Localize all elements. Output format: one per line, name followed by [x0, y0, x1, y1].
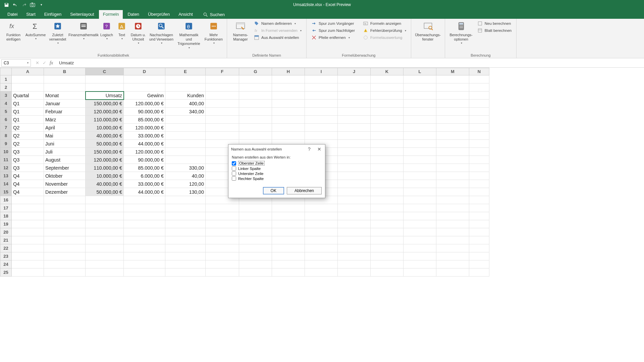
cell[interactable]	[272, 204, 305, 212]
cell[interactable]	[371, 252, 404, 260]
cell[interactable]: August	[44, 156, 86, 164]
cell[interactable]	[404, 148, 436, 156]
cell[interactable]	[371, 196, 404, 204]
cell[interactable]	[165, 220, 206, 228]
lookup-button[interactable]: Nachschlagen und Verweisen▾	[148, 20, 174, 46]
cell[interactable]	[338, 124, 371, 132]
cell[interactable]	[371, 124, 404, 132]
cell[interactable]	[272, 75, 305, 83]
cell[interactable]	[404, 268, 436, 277]
cell[interactable]: 120,00	[165, 180, 206, 188]
cell[interactable]: 120.000,00 €	[86, 108, 124, 116]
watch-window-button[interactable]: Überwachungs-fenster	[414, 20, 442, 42]
cell[interactable]	[206, 252, 239, 260]
cell[interactable]: 10.000,00 €	[86, 124, 124, 132]
cell[interactable]	[206, 260, 239, 268]
cell[interactable]	[86, 236, 124, 244]
cell[interactable]	[272, 252, 305, 260]
cell[interactable]	[469, 236, 489, 244]
cell[interactable]	[305, 75, 338, 83]
cell[interactable]	[305, 83, 338, 92]
row-header[interactable]: 17	[0, 204, 12, 212]
cell[interactable]: 90.000,00 €	[124, 108, 165, 116]
cell[interactable]: 44.000,00 €	[124, 188, 165, 196]
cell[interactable]	[12, 220, 44, 228]
cell[interactable]	[124, 228, 165, 236]
cell[interactable]	[165, 252, 206, 260]
cell[interactable]	[206, 116, 239, 124]
cell[interactable]	[272, 268, 305, 277]
row-header[interactable]: 3	[0, 92, 12, 100]
row-header[interactable]: 23	[0, 252, 12, 260]
cell[interactable]	[86, 212, 124, 220]
cell[interactable]	[404, 180, 436, 188]
cell[interactable]	[86, 228, 124, 236]
row-header[interactable]: 13	[0, 172, 12, 180]
column-header[interactable]: C	[86, 68, 124, 75]
cell[interactable]	[338, 83, 371, 92]
row-header[interactable]: 11	[0, 156, 12, 164]
cell[interactable]: Q2	[12, 124, 44, 132]
cell[interactable]	[305, 220, 338, 228]
cell[interactable]: Oktober	[44, 172, 86, 180]
cell[interactable]	[469, 252, 489, 260]
cell[interactable]	[436, 228, 469, 236]
cell[interactable]	[371, 83, 404, 92]
cell[interactable]	[371, 172, 404, 180]
cell[interactable]	[371, 212, 404, 220]
cell[interactable]	[165, 140, 206, 148]
cell[interactable]	[206, 75, 239, 83]
cell[interactable]	[338, 156, 371, 164]
select-all-corner[interactable]	[0, 68, 12, 75]
cell[interactable]: 50.000,00 €	[86, 140, 124, 148]
cell[interactable]: 40,00	[165, 172, 206, 180]
cell[interactable]	[12, 83, 44, 92]
remove-arrows-button[interactable]: Pfeile entfernen▾	[309, 34, 357, 41]
row-header[interactable]: 24	[0, 260, 12, 268]
cell[interactable]: Gewinn	[124, 92, 165, 100]
cell[interactable]	[206, 108, 239, 116]
tell-me-search[interactable]: Suchen	[202, 10, 226, 19]
column-header[interactable]: M	[436, 68, 469, 75]
cell[interactable]	[338, 164, 371, 172]
cell[interactable]	[305, 260, 338, 268]
cell[interactable]	[206, 83, 239, 92]
cell[interactable]: 90.000,00 €	[124, 156, 165, 164]
cell[interactable]	[436, 164, 469, 172]
cell[interactable]: Q2	[12, 132, 44, 140]
cell[interactable]	[469, 100, 489, 108]
cell[interactable]	[404, 220, 436, 228]
cell[interactable]	[305, 244, 338, 252]
cell[interactable]	[436, 220, 469, 228]
save-icon[interactable]	[3, 2, 9, 8]
cell[interactable]	[305, 212, 338, 220]
cell[interactable]	[404, 83, 436, 92]
cell[interactable]: 6.000,00 €	[124, 172, 165, 180]
cell[interactable]: 150.000,00 €	[86, 100, 124, 108]
cell[interactable]	[86, 260, 124, 268]
cell[interactable]	[206, 100, 239, 108]
cell[interactable]	[206, 268, 239, 277]
cell[interactable]	[272, 220, 305, 228]
cell[interactable]	[86, 220, 124, 228]
row-header[interactable]: 9	[0, 140, 12, 148]
cell[interactable]: 85.000,00 €	[124, 116, 165, 124]
cell[interactable]	[338, 260, 371, 268]
cell[interactable]	[404, 164, 436, 172]
cell[interactable]	[239, 92, 272, 100]
cell[interactable]	[469, 75, 489, 83]
cell[interactable]	[338, 188, 371, 196]
cell[interactable]	[206, 212, 239, 220]
cell[interactable]	[338, 108, 371, 116]
cell[interactable]	[404, 260, 436, 268]
cell[interactable]	[469, 244, 489, 252]
cell[interactable]	[44, 268, 86, 277]
cell[interactable]	[371, 220, 404, 228]
cell[interactable]	[165, 124, 206, 132]
cell[interactable]	[371, 140, 404, 148]
cell[interactable]	[239, 220, 272, 228]
cell[interactable]: Q4	[12, 188, 44, 196]
column-header[interactable]: L	[404, 68, 436, 75]
cell[interactable]: 33.000,00 €	[124, 180, 165, 188]
cell[interactable]	[206, 132, 239, 140]
